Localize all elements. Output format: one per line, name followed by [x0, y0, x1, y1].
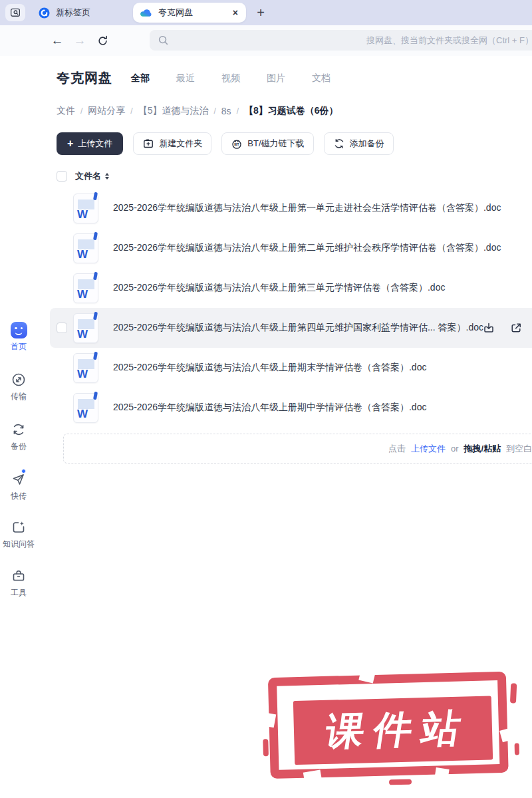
browser-toolbar: ← → — [0, 25, 532, 56]
stamp-text: 课件站 — [313, 702, 473, 758]
word-doc-icon: W — [73, 273, 98, 303]
notification-dot — [21, 469, 26, 473]
breadcrumb-morality-law[interactable]: 【5】道德与法治 — [138, 105, 209, 117]
row-checkbox[interactable] — [57, 323, 67, 333]
new-tab-button[interactable]: + — [251, 3, 270, 22]
sidebar-item-tools[interactable]: 工具 — [0, 567, 37, 598]
breadcrumb-files[interactable]: 文件 — [57, 105, 75, 117]
breadcrumb-8s[interactable]: 8s — [221, 106, 231, 116]
tab-document[interactable]: 文档 — [312, 72, 331, 84]
file-table-header: 文件名 — [57, 166, 532, 186]
file-name[interactable]: 2025-2026学年统编版道德与法治八年级上册第二单元维护社会秩序学情评估卷（… — [113, 242, 501, 254]
quark-browser-logo-icon — [39, 7, 50, 19]
upload-file-link[interactable]: 上传文件 — [411, 443, 446, 455]
upload-dropzone[interactable]: 点击 上传文件 or 拖拽/粘贴 到空白处 — [63, 434, 532, 464]
quark-drive-cloud-icon — [140, 8, 153, 17]
tab-new-tab[interactable]: 新标签页 — [29, 0, 100, 25]
word-doc-icon: W — [73, 233, 98, 263]
sidebar-item-home[interactable]: 首页 — [0, 321, 37, 352]
breadcrumb-separator: / — [237, 106, 239, 116]
close-tab-icon[interactable]: × — [231, 7, 239, 18]
left-sidebar: 首页 传输 备份 快传 — [0, 56, 37, 798]
stamp-frame — [268, 672, 509, 779]
tab-recent[interactable]: 最近 — [176, 72, 195, 84]
forward-button[interactable]: → — [72, 33, 87, 48]
breadcrumb: 文件 / 网站分享 / 【5】道德与法治 / 8s / 【8】习题试卷（6份） — [57, 105, 338, 117]
tab-title: 新标签页 — [56, 7, 90, 19]
file-row-hovered[interactable]: W 2025-2026学年统编版道德与法治八年级上册第四单元维护国家利益学情评估… — [50, 308, 532, 348]
breadcrumb-separator: / — [130, 106, 132, 116]
bt-icon: BT — [231, 138, 243, 150]
page-title: 夸克网盘 — [57, 69, 112, 87]
open-external-button[interactable] — [509, 321, 523, 334]
breadcrumb-separator: / — [80, 106, 82, 116]
home-icon — [10, 321, 27, 338]
word-doc-icon: W — [73, 194, 98, 223]
file-row[interactable]: W 2025-2026学年统编版道德与法治八年级上册第二单元维护社会秩序学情评估… — [50, 228, 532, 268]
svg-text:BT: BT — [235, 142, 240, 146]
file-list: W 2025-2026学年统编版道德与法治八年级上册第一单元走进社会生活学情评估… — [50, 188, 532, 428]
sidebar-item-fast-transfer[interactable]: 快传 — [0, 471, 37, 502]
sidebar-item-transfer[interactable]: 传输 — [0, 371, 37, 402]
transfer-icon — [10, 371, 27, 388]
panel-search-icon — [9, 7, 21, 19]
folder-plus-icon — [142, 138, 154, 150]
file-name[interactable]: 2025-2026学年统编版道德与法治八年级上册期中学情评估卷（含答案）.doc — [113, 402, 426, 414]
file-name[interactable]: 2025-2026学年统编版道德与法治八年级上册期末学情评估卷（含答案）.doc — [113, 362, 426, 374]
search-bar[interactable] — [150, 30, 532, 51]
file-name[interactable]: 2025-2026学年统编版道德与法治八年级上册第一单元走进社会生活学情评估卷（… — [113, 202, 501, 214]
file-row[interactable]: W 2025-2026学年统编版道德与法治八年级上册第三单元学情评估卷（含答案）… — [50, 268, 532, 308]
open-external-icon — [509, 321, 523, 334]
file-row[interactable]: W 2025-2026学年统编版道德与法治八年级上册第一单元走进社会生活学情评估… — [50, 188, 532, 228]
breadcrumb-site-share[interactable]: 网站分享 — [88, 105, 125, 117]
browser-tab-bar: 新标签页 夸克网盘 × + — [0, 0, 532, 25]
plus-icon: + — [67, 138, 73, 149]
sidebar-item-backup[interactable]: 备份 — [0, 421, 37, 452]
back-button[interactable]: ← — [50, 33, 65, 48]
backup-sync-icon — [10, 421, 27, 438]
watermark-stamp: 课件站 — [267, 666, 532, 795]
word-doc-icon: W — [73, 393, 98, 423]
upload-hint: 点击 上传文件 or 拖拽/粘贴 到空白处 — [388, 443, 532, 455]
download-icon — [482, 321, 495, 334]
word-doc-icon: W — [73, 353, 98, 383]
side-panel-search-button[interactable] — [5, 4, 25, 21]
word-doc-icon: W — [73, 313, 98, 343]
file-row[interactable]: W 2025-2026学年统编版道德与法治八年级上册期末学情评估卷（含答案）.d… — [50, 348, 532, 388]
new-folder-button[interactable]: 新建文件夹 — [133, 132, 211, 155]
file-row[interactable]: W 2025-2026学年统编版道德与法治八年级上册期中学情评估卷（含答案）.d… — [50, 388, 532, 428]
bt-magnet-download-button[interactable]: BT BT/磁力链下载 — [221, 132, 313, 155]
tab-all[interactable]: 全部 — [131, 72, 150, 84]
select-all-checkbox[interactable] — [57, 171, 67, 182]
refresh-button[interactable] — [95, 33, 110, 48]
sidebar-item-knowledge-qa[interactable]: 知识问答 — [0, 519, 37, 550]
upload-file-button[interactable]: + 上传文件 — [57, 132, 123, 155]
knowledge-qa-icon — [10, 519, 27, 536]
toolbox-icon — [10, 567, 27, 585]
search-input[interactable] — [169, 30, 532, 51]
stamp-inner: 课件站 — [293, 696, 493, 765]
tab-video[interactable]: 视频 — [221, 72, 240, 84]
backup-circle-icon — [333, 138, 345, 150]
action-buttons: + 上传文件 新建文件夹 BT BT/磁力链下载 添加备份 — [57, 132, 394, 155]
tab-image[interactable]: 图片 — [267, 72, 285, 84]
breadcrumb-separator: / — [213, 106, 215, 116]
tab-quark-drive[interactable]: 夸克网盘 × — [133, 3, 246, 23]
breadcrumb-current-folder: 【8】习题试卷（6份） — [244, 105, 338, 117]
download-button[interactable] — [482, 321, 495, 334]
sort-toggle-icon[interactable] — [105, 173, 109, 180]
category-tabs: 全部 最近 视频 图片 文档 — [131, 72, 331, 84]
search-icon — [158, 35, 169, 46]
add-backup-button[interactable]: 添加备份 — [324, 132, 394, 155]
column-file-name[interactable]: 文件名 — [75, 170, 101, 182]
file-name[interactable]: 2025-2026学年统编版道德与法治八年级上册第四单元维护国家利益学情评估..… — [113, 322, 483, 334]
refresh-icon — [96, 35, 109, 47]
paper-plane-icon — [10, 471, 27, 488]
tab-title: 夸克网盘 — [158, 7, 226, 19]
file-name[interactable]: 2025-2026学年统编版道德与法治八年级上册第三单元学情评估卷（含答案）.d… — [113, 282, 445, 294]
